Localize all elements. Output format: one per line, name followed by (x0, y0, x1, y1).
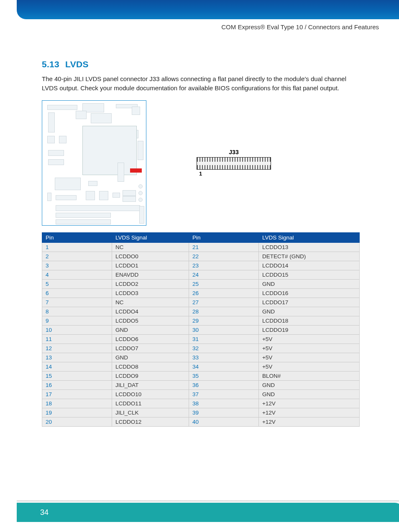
table-row: 20LCDDO1240+12V (42, 417, 360, 426)
col-pin-b: Pin (189, 232, 258, 242)
signal-a: LCDDO9 (112, 371, 189, 380)
pin-b: 36 (189, 380, 258, 389)
pin-a: 9 (42, 316, 112, 325)
pin-b: 25 (189, 279, 258, 288)
table-row: 17LCDDO1037GND (42, 389, 360, 399)
connector-label: J33 (197, 149, 271, 155)
pin-b: 28 (189, 307, 258, 316)
signal-a: LCDDO12 (112, 417, 189, 426)
signal-b: +5V (258, 353, 359, 362)
signal-a: GND (112, 353, 189, 362)
signal-a: LCDDO3 (112, 288, 189, 298)
signal-b: +5V (258, 362, 359, 371)
table-row: 18LCDDO1138+12V (42, 399, 360, 408)
pin-a: 2 (42, 252, 112, 261)
pin-b: 37 (189, 389, 258, 399)
signal-b: DETECT# (GND) (258, 252, 359, 261)
col-pin-a: Pin (42, 232, 112, 242)
pin-a: 1 (42, 242, 112, 252)
pin-b: 26 (189, 288, 258, 298)
pin-b: 24 (189, 270, 258, 279)
signal-a: JILI_CLK (112, 408, 189, 417)
signal-a: LCDDO5 (112, 316, 189, 325)
table-row: 2LCDDO022DETECT# (GND) (42, 252, 360, 261)
table-row: 16JILI_DAT36GND (42, 380, 360, 389)
signal-b: +5V (258, 334, 359, 344)
pin-b: 34 (189, 362, 258, 371)
pin-b: 27 (189, 298, 258, 307)
table-row: 7NC27LCDDO17 (42, 298, 360, 307)
page-number: 34 (40, 508, 49, 517)
signal-a: LCDDO1 (112, 261, 189, 270)
signal-b: +12V (258, 417, 359, 426)
table-row: 8LCDDO428GND (42, 307, 360, 316)
connector-diagram: J33 1 (197, 149, 271, 177)
signal-b: LCDDO14 (258, 261, 359, 270)
signal-a: ENAVDD (112, 270, 189, 279)
pin-b: 33 (189, 353, 258, 362)
signal-b: GND (258, 279, 359, 288)
pin-a: 8 (42, 307, 112, 316)
table-row: 5LCDDO225GND (42, 279, 360, 288)
pin-b: 30 (189, 325, 258, 334)
pin-b: 38 (189, 399, 258, 408)
signal-b: GND (258, 380, 359, 389)
table-row: 15LCDDO935BLON# (42, 371, 360, 380)
table-row: 12LCDDO732+5V (42, 344, 360, 353)
pin-a: 13 (42, 353, 112, 362)
signal-a: LCDDO10 (112, 389, 189, 399)
signal-b: LCDDO19 (258, 325, 359, 334)
table-row: 4ENAVDD24LCDDO15 (42, 270, 360, 279)
pin-a: 6 (42, 288, 112, 298)
signal-b: GND (258, 307, 359, 316)
table-row: 19JILI_CLK39+12V (42, 408, 360, 417)
pin-b: 31 (189, 334, 258, 344)
pin-b: 40 (189, 417, 258, 426)
pin-a: 15 (42, 371, 112, 380)
table-row: 3LCDDO123LCDDO14 (42, 261, 360, 270)
pin-a: 7 (42, 298, 112, 307)
signal-a: NC (112, 242, 189, 252)
signal-a: JILI_DAT (112, 380, 189, 389)
signal-b: LCDDO18 (258, 316, 359, 325)
signal-a: LCDDO2 (112, 279, 189, 288)
table-row: 9LCDDO529LCDDO18 (42, 316, 360, 325)
pin-a: 20 (42, 417, 112, 426)
pinout-table: Pin LVDS Signal Pin LVDS Signal 1NC21LCD… (42, 232, 360, 427)
connector-pin1-label: 1 (197, 171, 271, 177)
signal-b: LCDDO16 (258, 288, 359, 298)
breadcrumb: COM Express® Eval Type 10 / Connectors a… (221, 23, 379, 31)
section-title: LVDS (65, 59, 89, 69)
board-diagram (42, 100, 146, 226)
table-row: 13GND33+5V (42, 353, 360, 362)
signal-a: LCDDO11 (112, 399, 189, 408)
table-row: 14LCDDO834+5V (42, 362, 360, 371)
signal-b: LCDDO13 (258, 242, 359, 252)
pin-a: 4 (42, 270, 112, 279)
pin-a: 12 (42, 344, 112, 353)
pin-a: 18 (42, 399, 112, 408)
signal-a: LCDDO7 (112, 344, 189, 353)
pin-b: 23 (189, 261, 258, 270)
col-signal-a: LVDS Signal (112, 232, 189, 242)
pin-a: 19 (42, 408, 112, 417)
table-header-row: Pin LVDS Signal Pin LVDS Signal (42, 232, 360, 242)
pin-b: 22 (189, 252, 258, 261)
signal-b: +12V (258, 408, 359, 417)
pin-b: 21 (189, 242, 258, 252)
signal-a: LCDDO6 (112, 334, 189, 344)
page-footer: 34 (17, 500, 399, 522)
table-row: 6LCDDO326LCDDO16 (42, 288, 360, 298)
pin-a: 14 (42, 362, 112, 371)
section-paragraph: The 40-pin JILI LVDS panel connector J33… (42, 74, 359, 93)
signal-a: NC (112, 298, 189, 307)
signal-b: LCDDO15 (258, 270, 359, 279)
pin-a: 11 (42, 334, 112, 344)
pin-a: 10 (42, 325, 112, 334)
signal-a: LCDDO4 (112, 307, 189, 316)
signal-b: LCDDO17 (258, 298, 359, 307)
col-signal-b: LVDS Signal (258, 232, 359, 242)
pin-a: 17 (42, 389, 112, 399)
pin-b: 35 (189, 371, 258, 380)
signal-a: GND (112, 325, 189, 334)
